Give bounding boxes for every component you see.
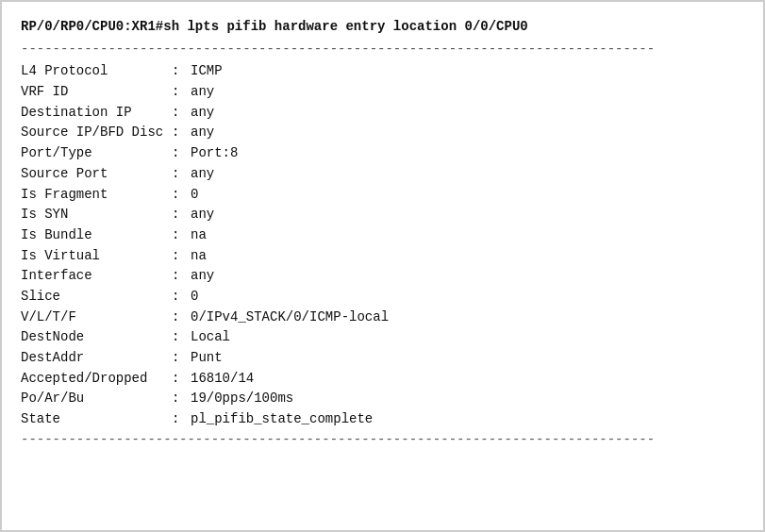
entry-separator: : <box>172 266 191 287</box>
entry-separator: : <box>172 185 191 206</box>
entry-separator: : <box>172 205 191 225</box>
table-row: Is Bundle: na <box>21 225 744 246</box>
entry-value: 19/0pps/100ms <box>191 389 293 409</box>
entry-separator: : <box>172 409 191 430</box>
table-row: Is Virtual: na <box>21 246 744 267</box>
entry-value: 0/IPv4_STACK/0/ICMP-local <box>191 308 389 328</box>
entry-separator: : <box>172 123 191 143</box>
entry-key: Is SYN <box>21 205 172 225</box>
entries-container: L4 Protocol: ICMPVRF ID: anyDestination … <box>21 61 744 429</box>
entry-value: any <box>191 266 214 287</box>
table-row: DestAddr: Punt <box>21 348 744 369</box>
entry-value: 0 <box>191 185 198 206</box>
table-row: Source Port: any <box>21 164 744 185</box>
entry-separator: : <box>172 103 191 124</box>
entry-key: Accepted/Dropped <box>21 369 172 390</box>
table-row: Slice: 0 <box>21 287 744 308</box>
table-row: Destination IP: any <box>21 103 744 124</box>
table-row: VRF ID: any <box>21 82 744 103</box>
entry-separator: : <box>172 287 191 308</box>
entry-value: any <box>191 123 214 143</box>
entry-separator: : <box>172 143 191 164</box>
entry-key: VRF ID <box>21 82 172 103</box>
entry-separator: : <box>172 369 191 390</box>
entry-separator: : <box>172 327 191 348</box>
table-row: Source IP/BFD Disc: any <box>21 123 744 143</box>
entry-key: Is Bundle <box>21 225 172 246</box>
entry-separator: : <box>172 164 191 185</box>
table-row: L4 Protocol: ICMP <box>21 61 744 82</box>
entry-value: na <box>191 225 207 246</box>
entry-separator: : <box>172 246 191 267</box>
table-row: Is SYN: any <box>21 205 744 225</box>
entry-separator: : <box>172 225 191 246</box>
entry-value: Port:8 <box>191 143 238 164</box>
entry-value: na <box>191 246 207 267</box>
entry-value: any <box>191 164 214 185</box>
entry-key: Source IP/BFD Disc <box>21 123 172 143</box>
bottom-divider: ----------------------------------------… <box>21 430 744 451</box>
table-row: Po/Ar/Bu: 19/0pps/100ms <box>21 389 744 409</box>
table-row: State: pl_pifib_state_complete <box>21 409 744 430</box>
entry-value: any <box>191 82 214 103</box>
command-line: RP/0/RP0/CPU0:XR1#sh lpts pifib hardware… <box>21 17 744 38</box>
entry-key: Destination IP <box>21 103 172 124</box>
terminal-container: RP/0/RP0/CPU0:XR1#sh lpts pifib hardware… <box>0 0 765 532</box>
entry-value: Punt <box>191 348 223 369</box>
entry-value: ICMP <box>191 61 223 82</box>
top-divider: ----------------------------------------… <box>21 40 744 60</box>
entry-value: any <box>191 205 214 225</box>
entry-key: Port/Type <box>21 143 172 164</box>
entry-key: Slice <box>21 287 172 308</box>
entry-key: Source Port <box>21 164 172 185</box>
entry-separator: : <box>172 389 191 409</box>
entry-key: Is Fragment <box>21 185 172 206</box>
entry-separator: : <box>172 61 191 82</box>
entry-key: DestNode <box>21 327 172 348</box>
entry-separator: : <box>172 308 191 328</box>
entry-separator: : <box>172 348 191 369</box>
table-row: Port/Type: Port:8 <box>21 143 744 164</box>
entry-value: Local <box>191 327 230 348</box>
table-row: Accepted/Dropped: 16810/14 <box>21 369 744 390</box>
entry-key: Is Virtual <box>21 246 172 267</box>
entry-key: V/L/T/F <box>21 308 172 328</box>
entry-value: any <box>191 103 214 124</box>
entry-key: DestAddr <box>21 348 172 369</box>
table-row: Interface: any <box>21 266 744 287</box>
entry-key: Interface <box>21 266 172 287</box>
table-row: V/L/T/F: 0/IPv4_STACK/0/ICMP-local <box>21 308 744 328</box>
table-row: DestNode: Local <box>21 327 744 348</box>
entry-value: 0 <box>191 287 198 308</box>
entry-key: L4 Protocol <box>21 61 172 82</box>
table-row: Is Fragment: 0 <box>21 185 744 206</box>
entry-value: 16810/14 <box>191 369 254 390</box>
entry-separator: : <box>172 82 191 103</box>
entry-value: pl_pifib_state_complete <box>191 409 373 430</box>
entry-key: State <box>21 409 172 430</box>
entry-key: Po/Ar/Bu <box>21 389 172 409</box>
